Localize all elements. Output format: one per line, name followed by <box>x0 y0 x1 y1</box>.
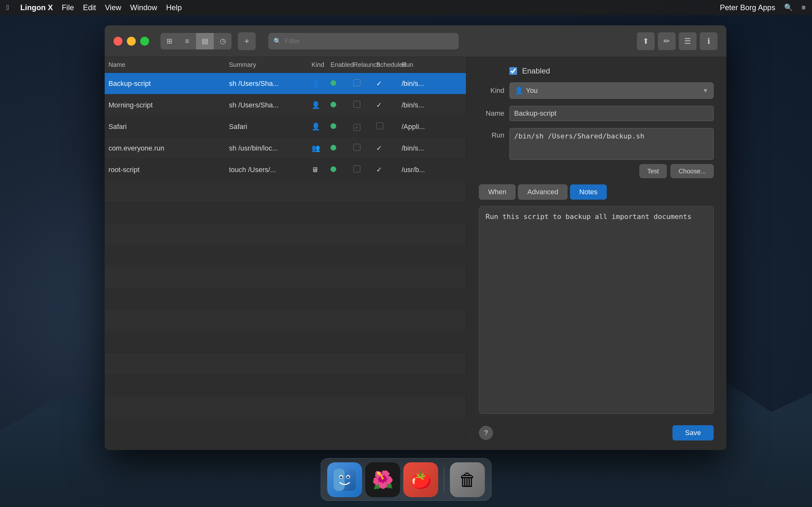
col-header-run: Run <box>402 61 462 68</box>
empty-row <box>105 418 466 439</box>
control-center-icon[interactable]: ≡ <box>802 3 806 12</box>
grid-view-button[interactable]: ⊞ <box>160 33 178 49</box>
dock-item-flower[interactable]: 🌺 <box>365 462 400 497</box>
menubar-view[interactable]: View <box>105 3 121 12</box>
row-enabled <box>331 79 353 88</box>
tab-notes[interactable]: Notes <box>570 184 606 200</box>
view-buttons-group: ⊞ ≡ ▤ ◷ <box>160 33 232 49</box>
apple-menu-icon[interactable]:  <box>6 3 9 12</box>
name-input[interactable] <box>509 106 714 121</box>
row-kind-icon: 👤 <box>311 79 331 88</box>
row-enabled <box>331 166 353 174</box>
search-icon[interactable]: 🔍 <box>784 3 793 12</box>
search-icon: 🔍 <box>273 38 281 45</box>
flower-app-icon: 🌺 <box>365 462 400 497</box>
detail-view-button[interactable]: ▤ <box>196 33 214 49</box>
row-enabled <box>331 101 353 109</box>
close-button[interactable] <box>113 37 122 46</box>
chevron-down-icon: ▼ <box>703 88 708 94</box>
list-view-button[interactable]: ≡ <box>178 33 196 49</box>
export-button[interactable]: ⬆ <box>637 32 655 50</box>
row-relaunch <box>353 165 376 174</box>
info-icon: ℹ <box>707 37 710 46</box>
minimize-button[interactable] <box>127 37 136 46</box>
run-textarea[interactable]: /bin/sh /Users/Shared/backup.sh <box>509 128 714 160</box>
svg-point-4 <box>340 476 342 478</box>
list-column-headers: Name Summary Kind Enabled Relaunch Sched… <box>105 57 466 73</box>
dock-item-tomato[interactable]: 🍅 <box>403 462 438 497</box>
empty-row <box>105 181 466 202</box>
row-scheduled: ✓ <box>376 166 402 174</box>
run-row: Run /bin/sh /Users/Shared/backup.sh <box>479 128 714 160</box>
list-button[interactable]: ☰ <box>679 32 697 50</box>
content-area: Name Summary Kind Enabled Relaunch Sched… <box>105 57 726 450</box>
row-relaunch: ✓ <box>353 123 376 131</box>
lines-icon: ☰ <box>684 37 691 46</box>
maximize-button[interactable] <box>140 37 149 46</box>
edit-button[interactable]: ✏ <box>658 32 676 50</box>
dock-divider <box>444 467 444 493</box>
row-scheduled <box>376 122 402 131</box>
run-label: Run <box>479 128 504 139</box>
row-run: /bin/s... <box>402 79 462 88</box>
row-run: /usr/b... <box>402 166 462 174</box>
info-button[interactable]: ℹ <box>700 32 717 50</box>
menubar-right: Peter Borg Apps 🔍 ≡ <box>720 3 806 12</box>
tab-advanced[interactable]: Advanced <box>518 184 567 200</box>
help-button[interactable]: ? <box>479 426 493 440</box>
menubar-left:  Lingon X File Edit View Window Help <box>6 3 182 12</box>
col-header-summary: Summary <box>229 61 311 68</box>
empty-row <box>105 375 466 396</box>
kind-value: You <box>526 87 703 95</box>
clock-view-button[interactable]: ◷ <box>214 33 232 49</box>
pencil-icon: ✏ <box>664 37 670 46</box>
row-kind-icon: 👤 <box>311 101 331 109</box>
menubar-edit[interactable]: Edit <box>83 3 96 12</box>
search-input[interactable] <box>285 37 454 45</box>
menubar-user-text: Peter Borg Apps <box>720 3 775 12</box>
col-header-name: Name <box>108 61 229 68</box>
list-item[interactable]: Backup-script sh /Users/Sha... 👤 ✓ /bin/… <box>105 73 466 95</box>
menubar-app-name[interactable]: Lingon X <box>20 3 53 12</box>
menubar:  Lingon X File Edit View Window Help Pe… <box>0 0 812 15</box>
list-item[interactable]: Safari Safari 👤 ✓ /Appli... <box>105 116 466 137</box>
search-bar: 🔍 <box>268 33 459 49</box>
traffic-lights <box>113 37 149 46</box>
kind-selector[interactable]: 👤 You ▼ <box>509 82 714 99</box>
row-scheduled: ✓ <box>376 101 402 109</box>
list-item[interactable]: root-script touch /Users/... 🖥 ✓ /usr/b.… <box>105 159 466 181</box>
finder-icon <box>327 462 362 497</box>
enabled-checkbox[interactable] <box>509 67 517 75</box>
empty-row <box>105 267 466 288</box>
row-name: Morning-script <box>108 101 229 109</box>
col-header-kind: Kind <box>311 61 331 68</box>
menubar-window[interactable]: Window <box>130 3 157 12</box>
empty-row <box>105 245 466 267</box>
kind-row: Kind 👤 You ▼ <box>479 82 714 99</box>
row-kind-icon: 🖥 <box>311 166 331 174</box>
choose-button[interactable]: Choose... <box>670 164 714 178</box>
row-kind-icon: 👤 <box>311 123 331 131</box>
grid-icon: ⊞ <box>166 37 172 45</box>
row-summary: touch /Users/... <box>229 166 311 174</box>
row-name: Safari <box>108 123 229 131</box>
save-button[interactable]: Save <box>672 425 714 441</box>
name-row: Name <box>479 106 714 121</box>
kind-label: Kind <box>479 87 504 95</box>
run-buttons: Test Choose... <box>479 164 714 178</box>
notes-textarea[interactable]: Run this script to backup all important … <box>479 206 714 414</box>
dock-item-trash[interactable]: 🗑 <box>450 462 485 497</box>
menubar-file[interactable]: File <box>62 3 74 12</box>
row-run: /Appli... <box>402 123 462 131</box>
tab-when[interactable]: When <box>479 184 515 200</box>
test-button[interactable]: Test <box>640 164 667 178</box>
dock-item-finder[interactable] <box>327 462 362 497</box>
row-name: com.everyone.run <box>108 144 229 153</box>
row-relaunch <box>353 144 376 153</box>
menubar-help[interactable]: Help <box>166 3 182 12</box>
plus-icon: + <box>244 36 249 46</box>
clock-icon: ◷ <box>220 37 226 45</box>
list-item[interactable]: Morning-script sh /Users/Sha... 👤 ✓ /bin… <box>105 95 466 116</box>
list-item[interactable]: com.everyone.run sh /usr/bin/loc... 👥 ✓ … <box>105 137 466 159</box>
add-button[interactable]: + <box>238 32 256 50</box>
